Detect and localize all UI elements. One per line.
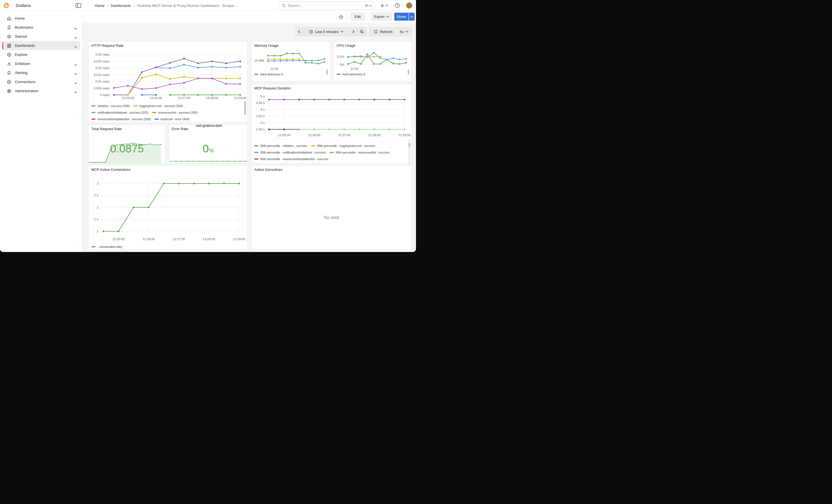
legend-swatch-icon [254, 74, 258, 75]
refresh-interval-dropdown[interactable]: 5s [397, 27, 412, 36]
legend-item[interactable]: logging/setLevel - success (200) [133, 103, 183, 109]
legend-item[interactable]: - (streamable-http) [92, 244, 122, 250]
add-new-button[interactable] [379, 2, 390, 9]
panel-http-request-rate: HTTP Request Rate 12:25:0012:26:0012:27:… [88, 41, 248, 123]
legend-item[interactable]: 95th percentile - notifications/initiali… [254, 149, 326, 156]
search-icon [282, 4, 286, 8]
chevron-down-icon[interactable] [74, 26, 77, 28]
toolbar-divider [368, 14, 368, 20]
legend-label: fetch-telemetry-0 [342, 73, 365, 76]
legend-label: logging/setLevel - success (200) [139, 104, 183, 108]
panel-mcp-request-duration: MCP Request Duration 12:25:0012:26:0012:… [251, 84, 412, 163]
dashboards-icon [7, 43, 11, 48]
svg-text:2.5: 2.5 [94, 194, 99, 197]
search-input-wrapper[interactable]: ⌘+k [279, 1, 375, 10]
chart-memory-usage: 12:2516 MiB [253, 49, 329, 72]
chevron-down-icon[interactable] [74, 72, 77, 74]
legend-item[interactable]: 95th percentile - logging/setLevel - suc… [311, 142, 375, 149]
plug-icon [7, 80, 11, 84]
help-icon[interactable]: ? [394, 3, 400, 8]
panel-title[interactable]: Error Rate [172, 127, 188, 131]
panel-title[interactable]: HTTP Request Rate [92, 44, 124, 48]
zoom-out-button[interactable] [357, 27, 366, 36]
sidebar-item-home[interactable]: Home [2, 14, 80, 23]
legend-item[interactable]: initialize - success (200) [92, 103, 130, 109]
sidebar-item-label: Explore [15, 53, 27, 57]
sidebar-item-starred[interactable]: Starred [2, 32, 80, 41]
legend-item[interactable]: resources/templates/list - success (200) [92, 116, 151, 123]
chart-legend: 95th percentile - initialize - success95… [254, 142, 409, 163]
chevron-left-icon [298, 30, 300, 33]
time-range-forward-button[interactable] [350, 27, 357, 36]
svg-text:0.015 req/s: 0.015 req/s [94, 73, 109, 77]
legend-item[interactable]: 95th percentile - resources/list - succe… [330, 149, 390, 156]
legend-scrollbar[interactable] [409, 143, 410, 148]
export-button[interactable]: Export [371, 12, 392, 21]
panel-title[interactable]: Active Goroutines [254, 167, 283, 172]
share-button[interactable]: Share [394, 12, 409, 21]
stat-value: 0% [169, 142, 248, 155]
legend-scrollbar[interactable] [408, 70, 409, 75]
sidebar-item-connections[interactable]: Connections [2, 77, 80, 86]
chevron-down-icon [411, 16, 413, 18]
legend-swatch-icon [92, 118, 96, 120]
panel-title[interactable]: MCP Active Connections [92, 167, 131, 172]
svg-text:0 req/s: 0 req/s [100, 93, 109, 97]
chevron-down-icon[interactable] [74, 81, 77, 83]
legend-item[interactable]: fetch-telemetry-0 [254, 71, 283, 77]
chevron-down-icon[interactable] [74, 44, 77, 47]
svg-text:12:29:00: 12:29:00 [233, 237, 245, 241]
panel-title[interactable]: Memory Usage [254, 44, 279, 48]
svg-text:4.50 s: 4.50 s [256, 101, 265, 105]
search-input[interactable] [288, 4, 365, 8]
time-range-back-button[interactable] [295, 27, 303, 36]
panel-title[interactable]: Total Request Rate [92, 127, 122, 131]
chevron-down-icon[interactable] [74, 90, 77, 92]
star-icon [7, 34, 11, 39]
plus-icon [380, 4, 384, 8]
toolbar-divider [347, 14, 348, 20]
sidebar-item-bookmarks[interactable]: Bookmarks [2, 23, 80, 32]
sidebar-item-label: Home [15, 16, 25, 20]
legend-label: - (streamable-http) [97, 245, 122, 248]
legend-item[interactable]: notifications/initialized - success (202… [92, 109, 148, 116]
time-range-picker[interactable]: Last 5 minutes [302, 27, 350, 36]
chevron-down-icon[interactable] [74, 35, 77, 37]
breadcrumb-dashboards[interactable]: Dashboards [111, 4, 131, 8]
legend-scrollbar[interactable] [244, 101, 246, 115]
svg-text:12:29:00: 12:29:00 [398, 133, 411, 137]
favorite-star-icon[interactable] [339, 15, 343, 20]
sidebar-item-explore[interactable]: Explore [2, 50, 80, 59]
panel-memory-usage: Memory Usage 12:2516 MiB fetch-telemetry… [251, 41, 330, 82]
compass-icon [7, 52, 11, 57]
legend-item[interactable]: 95th percentile - resources/templates/li… [254, 156, 328, 162]
svg-text:12:27:00: 12:27:00 [173, 237, 185, 241]
svg-text:5 s: 5 s [261, 95, 265, 98]
sidebar-item-alerting[interactable]: Alerting [2, 68, 80, 77]
legend-label: 95th percentile - notifications/initiali… [260, 151, 326, 154]
sidebar-item-administration[interactable]: Administration [2, 86, 80, 96]
legend-label: 95th percentile - resources/templates/li… [260, 157, 328, 161]
legend-swatch-icon [92, 105, 96, 106]
line-chart: 12:250%0.2% [335, 49, 411, 71]
sidebar-item-drilldown[interactable]: Drilldown [2, 59, 80, 68]
panel-title[interactable]: CPU Usage [337, 44, 356, 48]
legend-item[interactable]: resources/list - success (200) [152, 109, 198, 116]
legend-item[interactable]: 95th percentile - initialize - success [254, 142, 307, 149]
svg-text:0.2%: 0.2% [337, 55, 344, 58]
legend-item[interactable]: tools/call - error (404) [155, 116, 189, 123]
sidebar-toggle-icon[interactable] [76, 3, 81, 8]
chevron-down-icon[interactable] [74, 62, 77, 65]
legend-item[interactable]: fetch-telemetry-0 [337, 71, 365, 77]
panel-title[interactable]: MCP Request Duration [254, 86, 291, 90]
user-avatar[interactable] [406, 2, 412, 8]
edit-button[interactable]: Edit [351, 12, 365, 21]
sidebar-item-dashboards[interactable]: Dashboards [2, 41, 80, 50]
share-dropdown-button[interactable] [409, 12, 415, 21]
breadcrumb-home[interactable]: Home [95, 4, 105, 8]
legend-scrollbar[interactable] [326, 70, 328, 75]
chevron-down-icon [406, 31, 408, 32]
chart-legend: initialize - success (200)logging/setLev… [92, 103, 231, 123]
legend-scrollbar-track[interactable] [408, 139, 411, 163]
refresh-button[interactable]: Refresh [369, 27, 397, 36]
